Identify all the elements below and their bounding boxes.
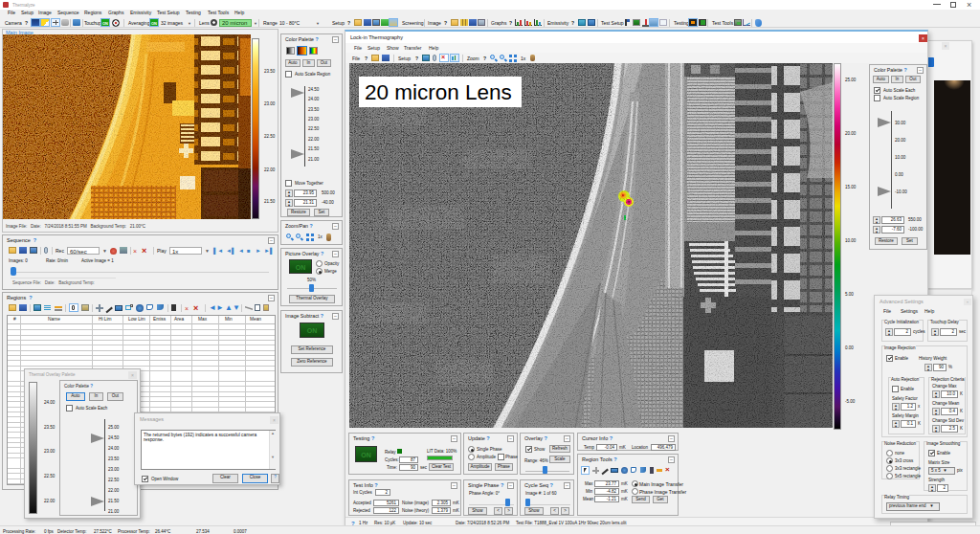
svg-text:20 micron Lens: 20 micron Lens: [365, 80, 512, 104]
